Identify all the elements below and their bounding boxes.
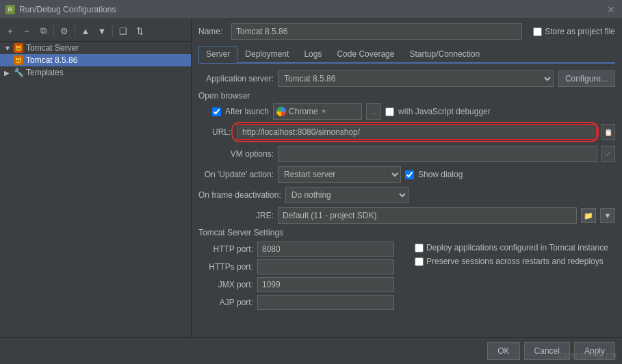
vm-options-input[interactable] [278, 146, 597, 162]
tab-deployment[interactable]: Deployment [237, 46, 296, 63]
separator-2 [75, 25, 75, 36]
ajp-port-input[interactable] [257, 295, 394, 310]
right-panel: Name: Store as project file Server Deplo… [192, 19, 622, 337]
url-input-container [237, 124, 597, 140]
left-panel: + − ⧉ ⚙ ▲ ▼ ❑ ⇅ ▼ 🐱 Tomcat Server 🐱 Tom [0, 19, 192, 337]
deploy-checkbox-row: Deploy applications configured in Tomcat… [415, 243, 608, 252]
show-dialog-checkbox[interactable] [405, 170, 414, 179]
title-bar-left: R Run/Debug Configurations [5, 5, 116, 14]
js-debugger-label: with JavaScript debugger [398, 107, 491, 116]
move-down-button[interactable]: ▼ [94, 23, 109, 38]
jmx-port-row: JMX port: [198, 277, 394, 292]
jre-folder-button[interactable]: 📁 [581, 208, 596, 223]
open-browser-section: Open browser After launch Chrome ▼ ... [198, 91, 615, 140]
store-row: Store as project file [533, 27, 615, 36]
templates-arrow: ▶ [4, 69, 11, 77]
url-input[interactable] [237, 124, 597, 140]
http-port-input[interactable] [257, 242, 394, 257]
group-button[interactable]: ❑ [116, 23, 131, 38]
deploy-checkbox[interactable] [415, 244, 424, 252]
http-port-label: HTTP port: [198, 244, 253, 254]
config-toolbar: + − ⧉ ⚙ ▲ ▼ ❑ ⇅ [0, 22, 191, 42]
url-label: URL: [212, 127, 233, 137]
https-port-label: HTTPs port: [198, 262, 253, 272]
tomcat-instance-label: Tomcat 8.5.86 [26, 55, 77, 65]
url-copy-button[interactable]: 📋 [601, 124, 615, 140]
tomcat-instance-item[interactable]: 🐱 Tomcat 8.5.86 [0, 54, 191, 66]
tomcat-settings-header: Tomcat Server Settings [198, 228, 615, 237]
preserve-checkbox[interactable] [415, 257, 424, 266]
copy-config-button[interactable]: ⧉ [36, 23, 51, 38]
on-update-dropdown[interactable]: Restart server Redeploy Do nothing [278, 166, 401, 183]
http-port-row: HTTP port: [198, 242, 394, 257]
jmx-port-input[interactable] [257, 277, 394, 292]
add-config-button[interactable]: + [3, 23, 18, 38]
dialog-title: Run/Debug Configurations [19, 5, 116, 14]
tab-code-coverage[interactable]: Code Coverage [329, 46, 402, 63]
watermark: CSDN @HTML778 [558, 352, 617, 360]
deploy-label: Deploy applications configured in Tomcat… [426, 243, 608, 252]
tomcat-instance-icon: 🐱 [14, 55, 23, 65]
https-port-row: HTTPs port: [198, 259, 394, 274]
settings-button[interactable]: ⚙ [57, 23, 72, 38]
separator-1 [53, 25, 54, 36]
jre-label: JRE: [198, 211, 274, 220]
ajp-port-label: AJP port: [198, 298, 253, 307]
name-row: Name: Store as project file [198, 23, 615, 40]
js-debugger-checkbox[interactable] [385, 107, 394, 116]
on-update-row: On 'Update' action: Restart server Redep… [198, 166, 615, 183]
run-debug-dialog: R Run/Debug Configurations ✕ + − ⧉ ⚙ ▲ ▼… [0, 0, 622, 364]
remove-config-button[interactable]: − [19, 23, 34, 38]
dialog-icon: R [5, 5, 15, 14]
after-launch-label: After launch [225, 107, 269, 116]
jre-dropdown-button[interactable]: ▼ [600, 208, 615, 223]
vm-expand-button[interactable]: ⤢ [601, 146, 615, 162]
close-button[interactable]: ✕ [607, 5, 617, 14]
browser-dropdown-arrow: ▼ [321, 108, 327, 115]
tomcat-server-icon: 🐱 [14, 43, 23, 53]
browser-dropdown[interactable]: Chrome ▼ [273, 103, 362, 120]
preserve-checkbox-row: Preserve sessions across restarts and re… [415, 257, 608, 266]
tomcat-server-group[interactable]: ▼ 🐱 Tomcat Server [0, 42, 191, 54]
separator-3 [112, 25, 113, 36]
preserve-label: Preserve sessions across restarts and re… [426, 257, 604, 266]
sort-button[interactable]: ⇅ [132, 23, 147, 38]
app-server-dropdown[interactable]: Tomcat 8.5.86 [278, 70, 554, 87]
templates-label: Templates [26, 68, 64, 77]
server-tab-content: Application server: Tomcat 8.5.86 Config… [198, 70, 615, 313]
configure-button[interactable]: Configure... [558, 70, 615, 87]
tomcat-server-arrow: ▼ [4, 44, 11, 52]
name-input[interactable] [231, 23, 522, 40]
store-label: Store as project file [545, 27, 615, 36]
jre-input[interactable] [278, 207, 577, 224]
vm-options-label: VM options: [198, 149, 274, 159]
main-content: + − ⧉ ⚙ ▲ ▼ ❑ ⇅ ▼ 🐱 Tomcat Server 🐱 Tom [0, 19, 622, 337]
app-server-row: Application server: Tomcat 8.5.86 Config… [198, 70, 615, 87]
settings-right: Deploy applications configured in Tomcat… [415, 242, 608, 313]
on-frame-dropdown[interactable]: Do nothing Restart server Redeploy [285, 187, 409, 203]
browser-ellipsis-button[interactable]: ... [366, 103, 381, 120]
app-server-label: Application server: [198, 74, 274, 83]
chrome-icon [276, 107, 286, 116]
vm-options-row: VM options: ⤢ [198, 146, 615, 162]
ok-button[interactable]: OK [487, 342, 519, 360]
name-label: Name: [198, 27, 226, 36]
server-tabs: Server Deployment Logs Code Coverage Sta… [198, 45, 615, 64]
store-checkbox[interactable] [533, 27, 542, 36]
title-bar: R Run/Debug Configurations ✕ [0, 0, 622, 19]
move-up-button[interactable]: ▲ [78, 23, 93, 38]
after-launch-row: After launch Chrome ▼ ... with JavaScrip… [198, 103, 615, 120]
tab-startup-connection[interactable]: Startup/Connection [402, 46, 487, 63]
on-update-label: On 'Update' action: [198, 170, 274, 179]
https-port-input[interactable] [257, 259, 394, 274]
jmx-port-label: JMX port: [198, 280, 253, 289]
jre-row: JRE: 📁 ▼ [198, 207, 615, 224]
url-row: URL: 📋 [198, 124, 615, 140]
on-frame-row: On frame deactivation: Do nothing Restar… [198, 187, 615, 203]
settings-columns: HTTP port: HTTPs port: JMX port: [198, 242, 615, 313]
on-frame-label: On frame deactivation: [198, 190, 281, 200]
tab-server[interactable]: Server [198, 46, 237, 63]
tab-logs[interactable]: Logs [296, 46, 329, 63]
templates-item[interactable]: ▶ 🔧 Templates [0, 66, 191, 79]
after-launch-checkbox[interactable] [212, 107, 221, 116]
